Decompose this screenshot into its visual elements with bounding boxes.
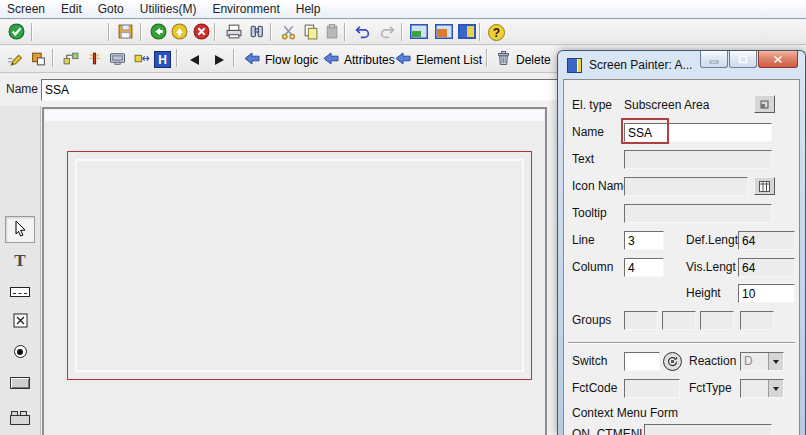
cut-button[interactable] (278, 22, 299, 43)
menu-edit[interactable]: Edit (61, 2, 82, 16)
menu-utilities[interactable]: Utilities(M) (140, 2, 197, 16)
toolbar-separator (140, 23, 141, 41)
minimize-button[interactable] (700, 51, 728, 68)
group-input-2[interactable] (662, 311, 696, 330)
undo-button[interactable] (352, 22, 373, 43)
el-type-picker-button[interactable] (754, 95, 775, 113)
redo-button[interactable] (377, 22, 398, 43)
next-icon (215, 55, 224, 65)
maximize-button[interactable] (729, 51, 757, 68)
vis-length-label: Vis.Length (686, 260, 736, 274)
flow-logic-button[interactable]: Flow logic (241, 49, 321, 70)
layout-canvas[interactable] (42, 107, 547, 435)
menu-environment[interactable]: Environment (212, 2, 279, 16)
height-input[interactable] (738, 284, 795, 303)
text-icon: T (14, 252, 25, 269)
tabstrip-icon (10, 411, 30, 425)
def-length-label: Def.Lengt (686, 233, 738, 247)
redo-icon (379, 23, 396, 43)
menu-help[interactable]: Help (296, 2, 321, 16)
tabstrip-tool[interactable] (5, 404, 35, 431)
reaction-combo[interactable]: D (740, 352, 784, 371)
dialog-body: El. type Subscreen Area Name Text Icon N… (563, 79, 800, 435)
back-button[interactable] (148, 22, 169, 43)
toolbar-separator (176, 49, 177, 67)
next-screen-button[interactable] (209, 49, 230, 70)
text-input[interactable] (624, 150, 772, 169)
text-label: Text (572, 152, 594, 166)
pushbutton-tool[interactable] (5, 369, 35, 396)
icon-picker-button[interactable] (754, 177, 775, 195)
switch-input[interactable] (624, 352, 660, 371)
move-button[interactable] (131, 49, 152, 70)
view-layout-1-button[interactable] (408, 22, 429, 43)
modify-button[interactable] (4, 49, 25, 70)
tooltip-input[interactable] (624, 204, 772, 223)
fctcode-input[interactable] (624, 379, 680, 398)
close-button[interactable] (758, 51, 798, 68)
checkbox-tool[interactable] (5, 308, 35, 335)
on-ctmenu-input[interactable] (644, 424, 772, 435)
help-button[interactable]: ? (486, 22, 507, 43)
toolbar-separator (233, 49, 234, 67)
tooltip-label: Tooltip (572, 206, 607, 220)
layout-screen-icon (458, 24, 476, 42)
subscreen-area-element[interactable] (67, 151, 532, 380)
test-screen-button[interactable] (107, 49, 128, 70)
vis-length-input[interactable] (738, 258, 795, 277)
exit-icon (171, 23, 188, 43)
group-input-3[interactable] (700, 311, 734, 330)
column-label: Column (572, 260, 613, 274)
paste-button[interactable] (321, 22, 342, 43)
cancel-button[interactable] (191, 22, 212, 43)
attributes-button[interactable]: Attributes (320, 49, 398, 70)
enter-button[interactable] (6, 22, 27, 43)
menu-screen[interactable]: Screen (7, 2, 45, 16)
create-object-button[interactable] (60, 49, 81, 70)
name-label: Name (6, 82, 38, 96)
radio-icon (14, 345, 27, 358)
group-input-1[interactable] (624, 311, 658, 330)
group-input-4[interactable] (740, 311, 774, 330)
menu-goto[interactable]: Goto (98, 2, 124, 16)
print-button[interactable] (223, 22, 244, 43)
pointer-tool[interactable] (5, 216, 35, 243)
display-objects-button[interactable] (28, 49, 49, 70)
help-icon: ? (488, 24, 505, 41)
radiobutton-tool[interactable] (5, 338, 35, 365)
view-layout-3-button[interactable] (456, 22, 477, 43)
pointer-icon (11, 219, 29, 240)
delete-button[interactable]: Delete (493, 49, 554, 70)
switch-cycle-button[interactable] (663, 352, 682, 371)
subscreen-inner-border (75, 159, 524, 372)
flow-logic-label: Flow logic (265, 53, 318, 67)
copy-button[interactable] (300, 22, 321, 43)
icon-name-input[interactable] (624, 177, 748, 196)
switch-label: Switch (572, 354, 607, 368)
text-tool[interactable]: T (5, 247, 35, 274)
height-label: Height (686, 286, 721, 300)
dropdown-arrow-icon[interactable] (768, 353, 783, 370)
generate-button[interactable] (84, 49, 105, 70)
element-list-button[interactable]: Element List (392, 49, 485, 70)
fcttype-combo[interactable] (740, 379, 784, 398)
view-layout-2-button[interactable] (433, 22, 454, 43)
paste-icon (323, 23, 340, 43)
line-input[interactable] (624, 231, 664, 250)
monitor-icon (109, 50, 126, 70)
entry-field-tool[interactable] (5, 278, 35, 305)
previous-screen-button[interactable] (184, 49, 205, 70)
element-info-button[interactable]: H (152, 49, 173, 70)
find-button[interactable] (246, 22, 267, 43)
exit-button[interactable] (169, 22, 190, 43)
context-menu-label: Context Menu Form (572, 406, 678, 420)
canvas-top-strip (45, 110, 544, 121)
save-button[interactable] (115, 22, 136, 43)
def-length-input[interactable] (738, 231, 795, 250)
column-input[interactable] (624, 258, 664, 277)
dropdown-arrow-icon[interactable] (768, 380, 783, 397)
undo-icon (354, 23, 371, 43)
fctcode-label: FctCode (572, 381, 617, 395)
previous-icon (190, 55, 199, 65)
element-palette: T (0, 106, 41, 435)
